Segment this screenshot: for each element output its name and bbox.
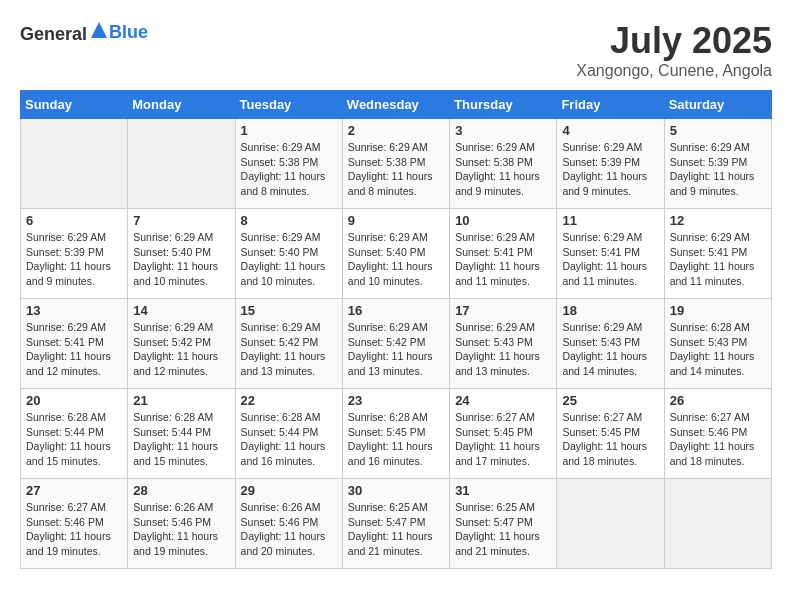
calendar-cell: 31Sunrise: 6:25 AMSunset: 5:47 PMDayligh… <box>450 479 557 569</box>
page-header: General Blue July 2025 Xangongo, Cunene,… <box>20 20 772 80</box>
day-detail: Sunrise: 6:28 AMSunset: 5:45 PMDaylight:… <box>348 410 444 469</box>
day-number: 23 <box>348 393 444 408</box>
logo-icon <box>89 20 109 40</box>
calendar-cell: 5Sunrise: 6:29 AMSunset: 5:39 PMDaylight… <box>664 119 771 209</box>
svg-marker-0 <box>91 22 107 38</box>
day-number: 29 <box>241 483 337 498</box>
calendar-cell: 10Sunrise: 6:29 AMSunset: 5:41 PMDayligh… <box>450 209 557 299</box>
day-number: 7 <box>133 213 229 228</box>
day-detail: Sunrise: 6:25 AMSunset: 5:47 PMDaylight:… <box>455 500 551 559</box>
calendar-cell: 15Sunrise: 6:29 AMSunset: 5:42 PMDayligh… <box>235 299 342 389</box>
day-detail: Sunrise: 6:29 AMSunset: 5:41 PMDaylight:… <box>562 230 658 289</box>
day-detail: Sunrise: 6:29 AMSunset: 5:42 PMDaylight:… <box>348 320 444 379</box>
calendar-cell: 26Sunrise: 6:27 AMSunset: 5:46 PMDayligh… <box>664 389 771 479</box>
calendar-cell: 11Sunrise: 6:29 AMSunset: 5:41 PMDayligh… <box>557 209 664 299</box>
calendar-week-row: 1Sunrise: 6:29 AMSunset: 5:38 PMDaylight… <box>21 119 772 209</box>
day-detail: Sunrise: 6:29 AMSunset: 5:39 PMDaylight:… <box>670 140 766 199</box>
day-detail: Sunrise: 6:28 AMSunset: 5:44 PMDaylight:… <box>26 410 122 469</box>
day-detail: Sunrise: 6:27 AMSunset: 5:46 PMDaylight:… <box>670 410 766 469</box>
day-detail: Sunrise: 6:29 AMSunset: 5:41 PMDaylight:… <box>26 320 122 379</box>
day-number: 6 <box>26 213 122 228</box>
calendar-cell: 29Sunrise: 6:26 AMSunset: 5:46 PMDayligh… <box>235 479 342 569</box>
calendar-cell: 30Sunrise: 6:25 AMSunset: 5:47 PMDayligh… <box>342 479 449 569</box>
calendar-header-row: SundayMondayTuesdayWednesdayThursdayFrid… <box>21 91 772 119</box>
day-number: 9 <box>348 213 444 228</box>
day-number: 8 <box>241 213 337 228</box>
calendar-cell: 14Sunrise: 6:29 AMSunset: 5:42 PMDayligh… <box>128 299 235 389</box>
day-detail: Sunrise: 6:29 AMSunset: 5:40 PMDaylight:… <box>241 230 337 289</box>
day-detail: Sunrise: 6:29 AMSunset: 5:41 PMDaylight:… <box>670 230 766 289</box>
day-number: 11 <box>562 213 658 228</box>
calendar-cell: 17Sunrise: 6:29 AMSunset: 5:43 PMDayligh… <box>450 299 557 389</box>
calendar-cell: 19Sunrise: 6:28 AMSunset: 5:43 PMDayligh… <box>664 299 771 389</box>
day-number: 3 <box>455 123 551 138</box>
calendar-cell: 3Sunrise: 6:29 AMSunset: 5:38 PMDaylight… <box>450 119 557 209</box>
day-number: 20 <box>26 393 122 408</box>
col-header-thursday: Thursday <box>450 91 557 119</box>
day-detail: Sunrise: 6:29 AMSunset: 5:40 PMDaylight:… <box>348 230 444 289</box>
calendar-cell: 27Sunrise: 6:27 AMSunset: 5:46 PMDayligh… <box>21 479 128 569</box>
day-number: 18 <box>562 303 658 318</box>
day-detail: Sunrise: 6:29 AMSunset: 5:38 PMDaylight:… <box>348 140 444 199</box>
day-number: 1 <box>241 123 337 138</box>
day-detail: Sunrise: 6:27 AMSunset: 5:46 PMDaylight:… <box>26 500 122 559</box>
day-number: 22 <box>241 393 337 408</box>
calendar-cell <box>557 479 664 569</box>
day-detail: Sunrise: 6:29 AMSunset: 5:43 PMDaylight:… <box>562 320 658 379</box>
calendar-cell: 18Sunrise: 6:29 AMSunset: 5:43 PMDayligh… <box>557 299 664 389</box>
calendar-cell: 28Sunrise: 6:26 AMSunset: 5:46 PMDayligh… <box>128 479 235 569</box>
day-number: 25 <box>562 393 658 408</box>
calendar-cell <box>664 479 771 569</box>
location-title: Xangongo, Cunene, Angola <box>576 62 772 80</box>
day-number: 12 <box>670 213 766 228</box>
calendar-cell: 21Sunrise: 6:28 AMSunset: 5:44 PMDayligh… <box>128 389 235 479</box>
calendar-cell <box>128 119 235 209</box>
calendar-cell: 12Sunrise: 6:29 AMSunset: 5:41 PMDayligh… <box>664 209 771 299</box>
day-number: 15 <box>241 303 337 318</box>
calendar-week-row: 20Sunrise: 6:28 AMSunset: 5:44 PMDayligh… <box>21 389 772 479</box>
day-number: 10 <box>455 213 551 228</box>
calendar-cell: 20Sunrise: 6:28 AMSunset: 5:44 PMDayligh… <box>21 389 128 479</box>
day-number: 2 <box>348 123 444 138</box>
calendar-cell: 23Sunrise: 6:28 AMSunset: 5:45 PMDayligh… <box>342 389 449 479</box>
day-number: 24 <box>455 393 551 408</box>
day-detail: Sunrise: 6:29 AMSunset: 5:38 PMDaylight:… <box>241 140 337 199</box>
day-number: 31 <box>455 483 551 498</box>
calendar-cell: 9Sunrise: 6:29 AMSunset: 5:40 PMDaylight… <box>342 209 449 299</box>
day-number: 4 <box>562 123 658 138</box>
day-detail: Sunrise: 6:25 AMSunset: 5:47 PMDaylight:… <box>348 500 444 559</box>
calendar-week-row: 6Sunrise: 6:29 AMSunset: 5:39 PMDaylight… <box>21 209 772 299</box>
calendar-week-row: 27Sunrise: 6:27 AMSunset: 5:46 PMDayligh… <box>21 479 772 569</box>
calendar-cell: 16Sunrise: 6:29 AMSunset: 5:42 PMDayligh… <box>342 299 449 389</box>
col-header-friday: Friday <box>557 91 664 119</box>
day-detail: Sunrise: 6:29 AMSunset: 5:42 PMDaylight:… <box>133 320 229 379</box>
calendar-table: SundayMondayTuesdayWednesdayThursdayFrid… <box>20 90 772 569</box>
calendar-cell: 4Sunrise: 6:29 AMSunset: 5:39 PMDaylight… <box>557 119 664 209</box>
day-detail: Sunrise: 6:26 AMSunset: 5:46 PMDaylight:… <box>241 500 337 559</box>
calendar-cell: 13Sunrise: 6:29 AMSunset: 5:41 PMDayligh… <box>21 299 128 389</box>
day-detail: Sunrise: 6:29 AMSunset: 5:40 PMDaylight:… <box>133 230 229 289</box>
calendar-cell: 8Sunrise: 6:29 AMSunset: 5:40 PMDaylight… <box>235 209 342 299</box>
day-detail: Sunrise: 6:28 AMSunset: 5:44 PMDaylight:… <box>241 410 337 469</box>
day-detail: Sunrise: 6:29 AMSunset: 5:39 PMDaylight:… <box>562 140 658 199</box>
logo: General Blue <box>20 20 148 45</box>
day-detail: Sunrise: 6:29 AMSunset: 5:39 PMDaylight:… <box>26 230 122 289</box>
day-detail: Sunrise: 6:29 AMSunset: 5:41 PMDaylight:… <box>455 230 551 289</box>
day-detail: Sunrise: 6:29 AMSunset: 5:42 PMDaylight:… <box>241 320 337 379</box>
calendar-cell: 24Sunrise: 6:27 AMSunset: 5:45 PMDayligh… <box>450 389 557 479</box>
day-detail: Sunrise: 6:29 AMSunset: 5:38 PMDaylight:… <box>455 140 551 199</box>
day-number: 14 <box>133 303 229 318</box>
col-header-sunday: Sunday <box>21 91 128 119</box>
calendar-cell: 2Sunrise: 6:29 AMSunset: 5:38 PMDaylight… <box>342 119 449 209</box>
day-number: 16 <box>348 303 444 318</box>
title-block: July 2025 Xangongo, Cunene, Angola <box>576 20 772 80</box>
calendar-cell <box>21 119 128 209</box>
col-header-wednesday: Wednesday <box>342 91 449 119</box>
day-number: 28 <box>133 483 229 498</box>
day-detail: Sunrise: 6:27 AMSunset: 5:45 PMDaylight:… <box>455 410 551 469</box>
logo-general: General <box>20 24 87 44</box>
day-detail: Sunrise: 6:28 AMSunset: 5:44 PMDaylight:… <box>133 410 229 469</box>
calendar-cell: 7Sunrise: 6:29 AMSunset: 5:40 PMDaylight… <box>128 209 235 299</box>
day-detail: Sunrise: 6:27 AMSunset: 5:45 PMDaylight:… <box>562 410 658 469</box>
day-number: 26 <box>670 393 766 408</box>
